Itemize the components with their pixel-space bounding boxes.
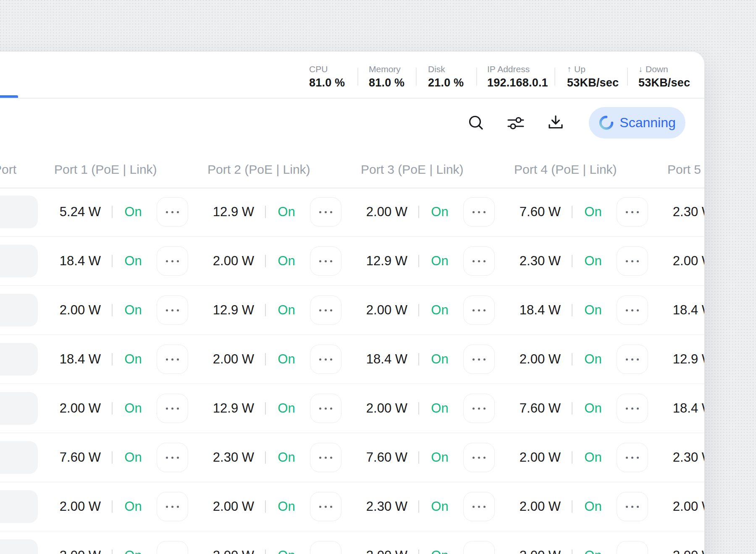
up-arrow-icon: ↑: [567, 65, 571, 73]
filter-sliders-button[interactable]: [507, 114, 525, 132]
ellipsis-dot: [631, 457, 633, 459]
value-status-divider: [418, 402, 419, 415]
poe-power-value: 7.60 W: [506, 204, 561, 220]
port-1-cell: 2.00 WOn: [46, 482, 200, 531]
port-actions-button[interactable]: [157, 246, 188, 276]
port-actions-button[interactable]: [463, 246, 495, 276]
column-header-port-3: Port 3 (PoE | Link): [361, 163, 464, 176]
port-actions-button[interactable]: [310, 246, 341, 276]
port-1-cell: 5.24 WOn: [46, 188, 200, 236]
ellipsis-dot: [637, 457, 639, 459]
port-1-cell: 2.00 WOn: [46, 286, 200, 334]
column-header-port-4: Port 4 (PoE | Link): [514, 163, 617, 176]
table-row: 2.00 WOn2.00 WOn2.00 WOn2.00 WOn2.00 WOn: [0, 531, 704, 554]
ellipsis-dot: [472, 506, 475, 508]
port-actions-button[interactable]: [463, 197, 495, 227]
port-actions-button[interactable]: [157, 295, 188, 325]
port-actions-button[interactable]: [617, 443, 648, 472]
poe-status: On: [275, 204, 298, 220]
port-actions-button[interactable]: [310, 443, 341, 472]
stat-down: ↓Down53KB/sec: [638, 65, 690, 89]
port-actions-button[interactable]: [617, 345, 648, 374]
port-4-cell: 18.4 WOn: [506, 286, 659, 334]
ellipsis-dot: [330, 211, 332, 213]
value-status-divider: [572, 402, 572, 415]
port-actions-button[interactable]: [617, 541, 648, 554]
port-actions-button[interactable]: [617, 295, 648, 325]
port-actions-button[interactable]: [310, 345, 341, 374]
ellipsis-icon: [319, 260, 332, 262]
port-actions-button[interactable]: [463, 492, 495, 521]
port-actions-button[interactable]: [310, 394, 341, 423]
ellipsis-dot: [325, 309, 327, 311]
port-5-cell: 18.4 WOn: [659, 384, 704, 433]
port-3-cell: 2.30 WOn: [353, 482, 506, 531]
stat-label: ↓Down: [638, 65, 690, 73]
port-actions-button[interactable]: [310, 197, 341, 227]
ellipsis-icon: [319, 211, 332, 213]
ellipsis-icon: [472, 211, 486, 213]
ellipsis-dot: [319, 506, 321, 508]
port-actions-button[interactable]: [617, 492, 648, 521]
port-actions-button[interactable]: [310, 295, 341, 325]
port-actions-button[interactable]: [157, 345, 188, 374]
ellipsis-dot: [171, 309, 173, 311]
stat-value: 53KB/sec: [638, 77, 690, 89]
poe-status: On: [275, 253, 298, 269]
column-header-port-2: Port 2 (PoE | Link): [207, 163, 310, 176]
poe-status: On: [121, 499, 145, 514]
ellipsis-dot: [483, 211, 486, 213]
search-button[interactable]: [467, 114, 485, 132]
scanning-button[interactable]: Scanning: [589, 107, 685, 138]
stats-divider: [627, 68, 628, 86]
ellipsis-dot: [166, 506, 168, 508]
ellipsis-dot: [319, 457, 321, 459]
port-actions-button[interactable]: [157, 541, 188, 554]
port-actions-button[interactable]: [617, 246, 648, 276]
port-5-cell: 2.00 WOn: [659, 237, 704, 285]
port-actions-button[interactable]: [157, 492, 188, 521]
ellipsis-dot: [483, 260, 486, 262]
ellipsis-dot: [478, 260, 480, 262]
ellipsis-dot: [483, 457, 486, 459]
value-status-divider: [572, 304, 572, 316]
ellipsis-dot: [637, 211, 639, 213]
ellipsis-dot: [478, 457, 480, 459]
port-actions-button[interactable]: [310, 492, 341, 521]
table-row: 5.24 WOn12.9 WOn2.00 WOn7.60 WOn2.30 WOn: [0, 188, 704, 237]
port-actions-button[interactable]: [157, 197, 188, 227]
port-actions-button[interactable]: [463, 394, 495, 423]
value-status-divider: [112, 549, 113, 554]
ellipsis-dot: [637, 408, 639, 410]
download-button[interactable]: [546, 114, 565, 132]
port-actions-button[interactable]: [617, 394, 648, 423]
port-actions-button[interactable]: [463, 541, 495, 554]
port-name-placeholder: [0, 392, 38, 425]
table-row: 2.00 WOn12.9 WOn2.00 WOn18.4 WOn18.4 WOn: [0, 286, 704, 335]
stat-up: ↑Up53KB/sec: [567, 65, 619, 89]
value-status-divider: [265, 353, 266, 366]
value-status-divider: [418, 500, 419, 513]
poe-power-value: 12.9 W: [200, 401, 254, 416]
poe-status: On: [428, 548, 452, 554]
down-arrow-icon: ↓: [638, 65, 643, 73]
ellipsis-dot: [319, 211, 321, 213]
ellipsis-dot: [631, 408, 633, 410]
port-actions-button[interactable]: [157, 394, 188, 423]
port-actions-button[interactable]: [463, 295, 495, 325]
port-actions-button[interactable]: [463, 443, 495, 472]
ellipsis-dot: [177, 309, 179, 311]
poe-status: On: [581, 352, 605, 367]
screen: { "status_bar": { "stats": [ {"label": "…: [0, 0, 756, 554]
port-actions-button[interactable]: [617, 197, 648, 227]
port-actions-button[interactable]: [310, 541, 341, 554]
port-4-cell: 2.30 WOn: [506, 237, 659, 285]
port-name-placeholder: [0, 343, 38, 376]
value-status-divider: [112, 304, 113, 316]
port-actions-button[interactable]: [463, 345, 495, 374]
window-content: CPU81.0 %Memory81.0 %Disk21.0 %IP Addres…: [0, 52, 704, 554]
ellipsis-icon: [166, 358, 179, 361]
port-actions-button[interactable]: [157, 443, 188, 472]
ellipsis-icon: [166, 408, 179, 410]
port-4-cell: 2.00 WOn: [506, 482, 659, 531]
